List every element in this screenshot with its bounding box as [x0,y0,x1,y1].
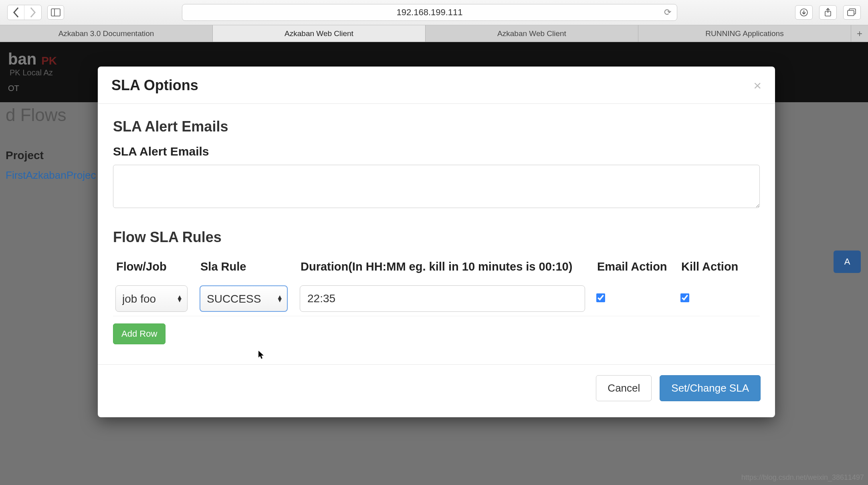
modal-body: SLA Alert Emails SLA Alert Emails Flow S… [98,104,775,364]
flow-select[interactable]: job foo [115,285,188,312]
email-action-checkbox[interactable] [596,293,605,302]
nav-group [7,5,42,20]
tabs-button[interactable] [843,5,861,20]
modal-footer: Cancel Set/Change SLA [98,364,775,417]
watermark-text: https://blog.csdn.net/weixin_38611497 [741,473,864,482]
emails-section-heading: SLA Alert Emails [113,118,760,135]
svg-rect-5 [848,10,854,16]
bg-sla-button: A [834,251,861,273]
kill-action-checkbox[interactable] [680,293,689,302]
back-button[interactable] [8,5,24,20]
share-button[interactable] [819,5,837,20]
rule-select[interactable]: SUCCESS [200,285,288,312]
forward-button[interactable] [24,5,41,20]
toolbar-right [795,5,861,20]
url-text: 192.168.199.111 [396,7,462,18]
emails-textarea[interactable] [113,165,760,208]
modal-header: SLA Options × [98,67,775,104]
downloads-button[interactable] [795,5,813,20]
browser-tabs-row: Azkaban 3.0 Documentation Azkaban Web Cl… [0,25,868,42]
svg-rect-0 [51,9,60,16]
url-bar[interactable]: 192.168.199.111 ⟳ [182,4,677,21]
tab-azkaban-web-1[interactable]: Azkaban Web Client [213,25,426,42]
add-row-button[interactable]: Add Row [113,323,166,344]
cursor-icon [258,350,264,362]
close-icon[interactable]: × [753,78,761,93]
emails-label: SLA Alert Emails [113,145,760,158]
col-rule: Sla Rule [197,255,297,281]
col-kill: Kill Action [678,255,760,281]
col-flow: Flow/Job [113,255,197,281]
sidebar-panel-button[interactable] [47,5,64,20]
col-duration: Duration(In HH:MM eg. kill in 10 minutes… [297,255,594,281]
sla-modal: SLA Options × SLA Alert Emails SLA Alert… [98,67,775,417]
rules-section-heading: Flow SLA Rules [113,229,760,246]
new-tab-button[interactable]: + [851,25,868,42]
modal-title: SLA Options [111,77,198,94]
cancel-button[interactable]: Cancel [596,375,652,401]
table-row: job foo ▲▼ SUCCESS ▲▼ [113,281,760,316]
duration-input[interactable] [300,285,585,312]
tab-running-apps[interactable]: RUNNING Applications [638,25,851,42]
rules-table: Flow/Job Sla Rule Duration(In HH:MM eg. … [113,255,760,316]
tab-azkaban-web-2[interactable]: Azkaban Web Client [426,25,638,42]
reload-icon[interactable]: ⟳ [664,7,671,18]
browser-toolbar: 192.168.199.111 ⟳ [0,0,868,25]
submit-button[interactable]: Set/Change SLA [660,375,761,401]
tab-azkaban-docs[interactable]: Azkaban 3.0 Documentation [0,25,213,42]
col-email: Email Action [594,255,678,281]
